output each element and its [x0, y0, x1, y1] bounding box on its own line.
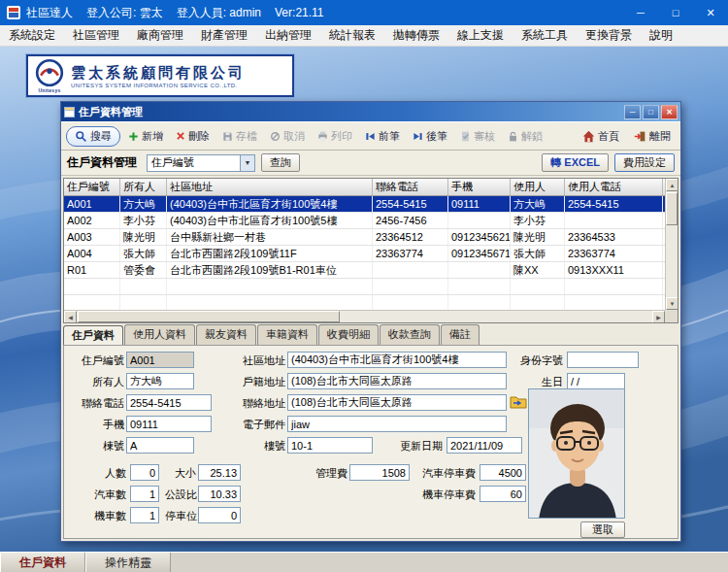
mobile-field[interactable] [126, 416, 212, 432]
close-button[interactable]: ✕ [693, 0, 728, 25]
exit-button[interactable]: 離開 [629, 127, 676, 146]
building-field[interactable] [126, 437, 194, 454]
next-button-label: 後筆 [426, 129, 447, 144]
menu-item-online-support[interactable]: 線上支援 [448, 25, 513, 46]
tab-relatives[interactable]: 親友資料 [196, 324, 256, 345]
people-field[interactable] [130, 464, 159, 481]
menu-item-property-mgmt[interactable]: 財產管理 [192, 25, 256, 46]
community-addr-field[interactable] [287, 352, 507, 368]
birthday-field[interactable] [567, 373, 625, 389]
select-photo-button[interactable]: 選取 [580, 522, 625, 538]
household-management-window: 住戶資料管理 ─ □ ✕ 搜尋新增刪除存檔取消列印前筆後筆審核解鎖 首頁離開 住… [60, 101, 681, 542]
menu-item-help[interactable]: 說明 [641, 25, 681, 46]
menu-item-vendor-mgmt[interactable]: 廠商管理 [128, 25, 192, 46]
menu-item-system-tools[interactable]: 系統工具 [513, 25, 577, 46]
maximize-button[interactable]: □ [658, 0, 693, 25]
size-field[interactable] [198, 464, 241, 481]
unlock-button[interactable]: 解鎖 [503, 127, 547, 146]
owner-field[interactable] [126, 373, 194, 389]
scroll-up-icon[interactable]: ▲ [666, 179, 678, 191]
tab-household[interactable]: 住戶資料 [63, 325, 123, 346]
registered-addr-field[interactable] [287, 373, 507, 389]
menu-item-transfer-voucher[interactable]: 拋轉傳票 [384, 25, 448, 46]
registered-addr-label: 戶籍地址 [231, 375, 285, 389]
menu-item-cashier-mgmt[interactable]: 出納管理 [256, 25, 320, 46]
contact-addr-field[interactable] [287, 394, 507, 411]
child-close-button[interactable]: ✕ [661, 105, 678, 119]
moto-fee-field[interactable] [480, 486, 526, 502]
home-button[interactable]: 首頁 [578, 127, 624, 146]
fee-setting-button[interactable]: 費用設定 [614, 153, 675, 172]
audit-button[interactable]: 審核 [455, 127, 500, 146]
column-header[interactable]: 住戶編號 [64, 179, 120, 195]
table-row[interactable]: A002李小芬(40403)台中市北區育才街100號5樓2456-7456李小芬 [64, 213, 678, 229]
email-field[interactable] [287, 416, 507, 432]
resident-photo [528, 388, 625, 519]
table-cell: 台中縣新社鄉一村巷 [167, 229, 373, 245]
vertical-scroll-thumb[interactable] [666, 192, 678, 225]
column-header[interactable]: 聯絡電話 [373, 179, 448, 195]
export-excel-button[interactable]: 轉 EXCEL [542, 153, 609, 172]
floor-field[interactable] [287, 437, 373, 454]
child-minimize-button[interactable]: ─ [624, 105, 641, 119]
motorcycles-field[interactable] [130, 507, 159, 523]
prev-button[interactable]: 前筆 [360, 127, 405, 146]
menu-item-community-mgmt[interactable]: 社區管理 [64, 25, 128, 46]
column-header[interactable]: 社區地址 [167, 179, 373, 195]
status-household-data[interactable]: 住戶資料 [0, 553, 85, 572]
id-number-field[interactable] [567, 352, 639, 368]
table-cell: R01 [64, 262, 120, 278]
table-row[interactable]: A004張大師台北市西園路2段109號11F233637740912345671… [64, 246, 678, 262]
phone-field[interactable] [126, 394, 212, 411]
car-fee-field[interactable] [480, 464, 526, 481]
table-cell: 張大師 [120, 246, 167, 261]
query-button[interactable]: 查詢 [261, 153, 300, 172]
parking-field[interactable] [198, 507, 241, 523]
vertical-scrollbar[interactable]: ▲ ▼ [665, 179, 678, 310]
print-button[interactable]: 列印 [313, 127, 357, 146]
tab-vehicle[interactable]: 車籍資料 [257, 324, 317, 345]
company-name-zh: 雲太系統顧問有限公司 [71, 64, 246, 83]
scroll-right-icon[interactable]: ▶ [652, 311, 665, 323]
table-cell: 0912345671 [448, 246, 511, 261]
mgmt-fee-field[interactable] [349, 464, 410, 481]
tab-notes[interactable]: 備註 [441, 324, 480, 345]
search-button[interactable]: 搜尋 [66, 126, 120, 147]
child-maximize-button[interactable]: □ [643, 105, 659, 119]
add-button[interactable]: 新增 [123, 127, 168, 146]
print-icon [317, 131, 328, 142]
filter-dropdown[interactable]: 住戶編號 ▼ [147, 154, 255, 172]
update-date-field[interactable] [447, 437, 522, 454]
menu-item-system-settings[interactable]: 系統設定 [0, 25, 64, 46]
save-button[interactable]: 存檔 [217, 127, 262, 146]
status-operation-wizard[interactable]: 操作精靈 [85, 553, 171, 572]
horizontal-scroll-thumb[interactable] [78, 311, 340, 322]
tab-payment-query[interactable]: 收款查詢 [380, 324, 440, 345]
household-table: 住戶編號所有人社區地址聯絡電話手機使用人使用人電話 A001方大嵨(40403)… [63, 178, 678, 323]
search-button-label: 搜尋 [90, 129, 112, 144]
menu-item-stats-reports[interactable]: 統計報表 [320, 25, 384, 46]
column-header[interactable]: 所有人 [120, 179, 167, 195]
tab-fee-detail[interactable]: 收費明細 [318, 324, 379, 345]
folder-icon[interactable] [510, 393, 527, 409]
scroll-down-icon[interactable]: ▼ [666, 297, 678, 310]
cars-field[interactable] [130, 486, 159, 502]
audit-icon [460, 131, 471, 142]
table-row[interactable]: A001方大嵨(40403)台中市北區育才街100號4樓2554-5415091… [64, 196, 678, 213]
tab-user[interactable]: 使用人資料 [124, 324, 195, 345]
table-cell: 09111 [448, 196, 511, 212]
table-row[interactable]: A003陳光明台中縣新社鄉一村巷233645120912345621陳光明233… [64, 229, 678, 246]
column-header[interactable]: 使用人電話 [565, 179, 663, 195]
delete-button[interactable]: 刪除 [171, 127, 215, 146]
column-header[interactable]: 使用人 [511, 179, 565, 195]
scroll-left-icon[interactable]: ◀ [64, 311, 77, 323]
minimize-button[interactable]: ─ [623, 0, 658, 25]
household-id-field[interactable] [126, 352, 194, 368]
table-row[interactable]: R01管委會台北市西園路2段109號B1-R01車位陳XX0913XXX11 [64, 262, 678, 279]
cancel-button[interactable]: 取消 [265, 127, 310, 146]
public-ratio-field[interactable] [198, 486, 241, 502]
column-header[interactable]: 手機 [448, 179, 511, 195]
menu-item-change-background[interactable]: 更換背景 [577, 25, 641, 46]
next-button[interactable]: 後筆 [408, 127, 452, 146]
horizontal-scrollbar[interactable]: ◀ ▶ [64, 310, 665, 322]
